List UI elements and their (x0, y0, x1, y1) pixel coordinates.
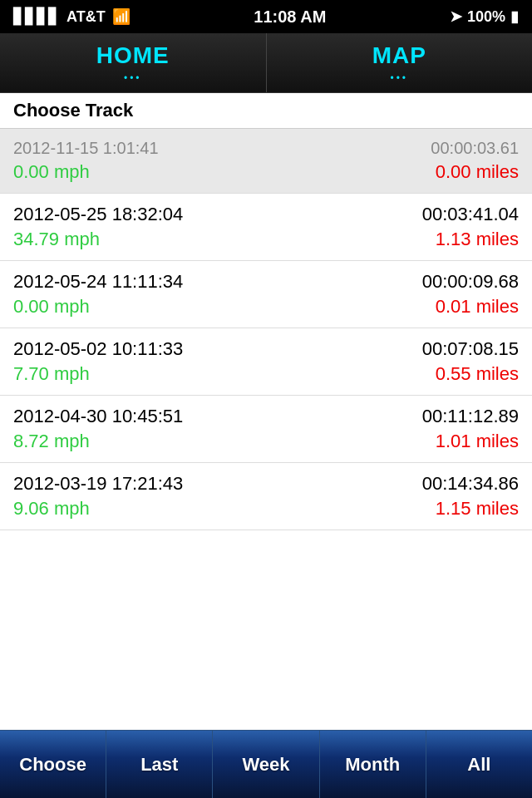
tab-map-label: MAP (372, 42, 426, 69)
list-item[interactable]: 2012-03-19 17:21:43 00:14:34.86 9.06 mph… (0, 463, 532, 530)
track-speed: 0.00 mph (13, 296, 90, 318)
toolbar-btn-month[interactable]: Month (320, 731, 426, 798)
location-icon: ➤ (450, 7, 462, 26)
carrier-label: AT&T (66, 8, 106, 26)
track-duration: 00:14:34.86 (422, 473, 519, 495)
track-date: 2012-03-19 17:21:43 (13, 473, 183, 495)
toolbar-btn-choose[interactable]: Choose (0, 731, 106, 798)
tab-home-label: HOME (96, 42, 170, 69)
list-item[interactable]: 2012-05-25 18:32:04 00:03:41.04 34.79 mp… (0, 194, 532, 261)
toolbar-btn-all[interactable]: All (426, 731, 532, 798)
status-time: 11:08 AM (254, 7, 326, 27)
status-bar: ▋▋▋▋ AT&T 📶 11:08 AM ➤ 100% ▮ (0, 0, 532, 33)
toolbar-btn-week[interactable]: Week (213, 731, 319, 798)
track-date: 2012-05-24 11:11:34 (13, 271, 183, 293)
tab-map[interactable]: MAP ••• (267, 33, 533, 92)
main-content: Choose Track 2012-11-15 1:01:41 00:00:03… (0, 93, 532, 730)
bottom-toolbar: Choose Last Week Month All (0, 730, 532, 798)
choose-track-title: Choose Track (13, 100, 133, 121)
signal-bars-icon: ▋▋▋▋ (13, 7, 60, 26)
track-duration: 00:11:12.89 (422, 406, 519, 427)
track-speed: 9.06 mph (13, 498, 90, 520)
track-speed: 34.79 mph (13, 229, 100, 250)
tab-map-dots: ••• (390, 72, 408, 84)
list-item[interactable]: 2012-05-24 11:11:34 00:00:09.68 0.00 mph… (0, 261, 532, 328)
tab-home-dots: ••• (124, 72, 142, 84)
track-distance: 1.01 miles (436, 431, 519, 452)
track-distance: 0.01 miles (436, 296, 519, 318)
status-right: ➤ 100% ▮ (450, 7, 519, 26)
toolbar-btn-all-label: All (467, 754, 490, 776)
track-duration: 00:00:09.68 (422, 271, 519, 293)
list-item[interactable]: 2012-05-02 10:11:33 00:07:08.15 7.70 mph… (0, 328, 532, 396)
track-speed: 8.72 mph (13, 431, 90, 452)
track-duration: 00:07:08.15 (422, 338, 519, 360)
track-distance: 0.55 miles (436, 363, 519, 385)
tab-home[interactable]: HOME ••• (0, 33, 267, 92)
toolbar-btn-month-label: Month (345, 754, 400, 776)
track-date: 2012-11-15 1:01:41 (13, 139, 159, 158)
track-duration: 00:03:41.04 (422, 204, 519, 225)
nav-tabs: HOME ••• MAP ••• (0, 33, 532, 93)
track-date: 2012-04-30 10:45:51 (13, 406, 183, 427)
toolbar-btn-choose-label: Choose (19, 754, 86, 776)
battery-icon: ▮ (510, 7, 519, 26)
toolbar-btn-week-label: Week (242, 754, 289, 776)
track-distance: 1.15 miles (436, 498, 519, 520)
track-distance: 0.00 miles (436, 161, 519, 183)
toolbar-btn-last-label: Last (140, 754, 178, 776)
battery-percent: 100% (467, 8, 505, 26)
tracks-list: 2012-11-15 1:01:41 00:00:03.61 0.00 mph … (0, 129, 532, 530)
track-distance: 1.13 miles (436, 229, 519, 250)
track-date: 2012-05-02 10:11:33 (13, 338, 183, 360)
list-item[interactable]: 2012-04-30 10:45:51 00:11:12.89 8.72 mph… (0, 396, 532, 463)
wifi-icon: 📶 (112, 7, 131, 26)
track-speed: 0.00 mph (13, 161, 90, 183)
track-duration: 00:00:03.61 (431, 139, 519, 158)
toolbar-btn-last[interactable]: Last (106, 731, 213, 798)
status-left: ▋▋▋▋ AT&T 📶 (13, 7, 131, 26)
list-item[interactable]: 2012-11-15 1:01:41 00:00:03.61 0.00 mph … (0, 129, 532, 194)
choose-track-header: Choose Track (0, 93, 532, 129)
track-speed: 7.70 mph (13, 363, 90, 385)
track-date: 2012-05-25 18:32:04 (13, 204, 183, 225)
